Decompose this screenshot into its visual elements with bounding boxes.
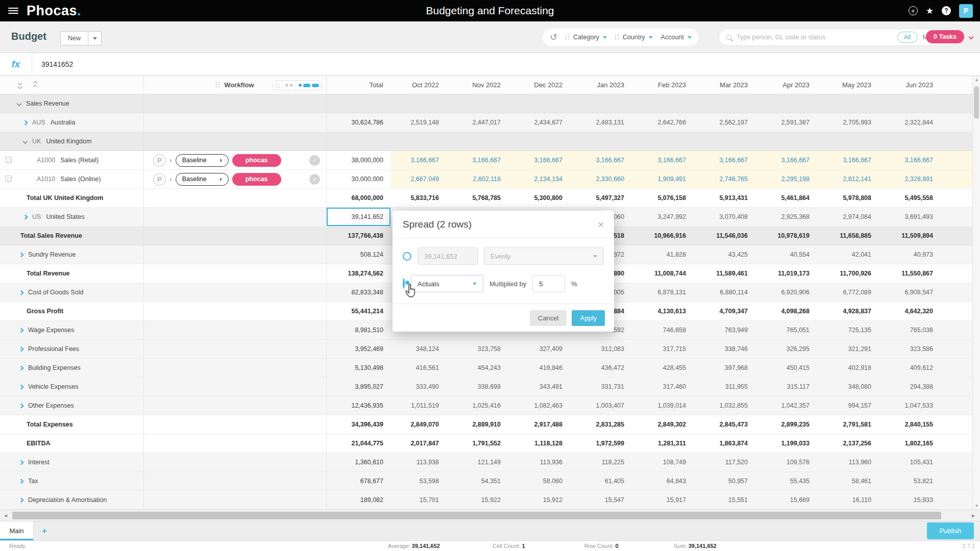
scroll-up-icon[interactable]: ▲ <box>973 78 980 82</box>
spread-method-select[interactable]: Evenly <box>484 247 604 265</box>
cell[interactable]: 5,076,158 <box>638 189 699 207</box>
cell[interactable]: 8,981,510 <box>327 321 390 339</box>
cell[interactable]: 15,922 <box>452 491 514 509</box>
column-header-month[interactable]: May 2023 <box>823 81 885 89</box>
cell[interactable]: 2,705,993 <box>823 113 885 132</box>
cell[interactable] <box>823 94 885 113</box>
expand-chevron-icon[interactable] <box>23 120 28 125</box>
cell[interactable]: 117,520 <box>699 453 761 471</box>
cell[interactable]: 11,658,885 <box>823 227 885 245</box>
cell[interactable]: 2,519,148 <box>390 113 452 132</box>
cell[interactable]: 2,330,660 <box>576 170 638 188</box>
cell[interactable]: 5,833,716 <box>390 189 452 207</box>
cell[interactable] <box>327 94 390 113</box>
cell[interactable]: 11,546,036 <box>699 227 761 245</box>
cell[interactable] <box>514 132 576 151</box>
cell[interactable]: 68,000,000 <box>327 189 390 207</box>
cell[interactable]: 2,667,049 <box>390 170 452 188</box>
cell[interactable]: 2,974,084 <box>823 208 885 226</box>
cell[interactable]: 53,821 <box>885 472 946 490</box>
cell[interactable]: 109,576 <box>761 453 823 471</box>
cell[interactable]: 189,082 <box>327 491 390 509</box>
row-header[interactable]: Gross Profit <box>0 302 144 320</box>
row-header[interactable]: Professional Fees <box>0 340 144 358</box>
row-header[interactable]: Total Revenue <box>0 264 144 283</box>
user-avatar[interactable]: P <box>959 4 973 18</box>
workflow-check-icon[interactable]: ✓ <box>309 174 320 185</box>
cell[interactable]: 311,955 <box>699 378 761 396</box>
cell[interactable]: 436,472 <box>576 359 638 377</box>
cell[interactable]: 118,225 <box>576 453 638 471</box>
cell[interactable]: 2,917,488 <box>514 415 576 434</box>
workflow-baseline-pill[interactable]: Baseline› <box>176 173 229 186</box>
cell[interactable]: 763,949 <box>699 321 761 339</box>
expand-chevron-icon[interactable] <box>19 365 24 370</box>
cell[interactable]: 40,554 <box>761 245 823 264</box>
cell[interactable]: 338,698 <box>452 378 514 396</box>
cell[interactable]: 2,812,141 <box>823 170 885 188</box>
cell[interactable]: 2,562,197 <box>699 113 761 132</box>
publish-button[interactable]: Publish <box>927 522 974 539</box>
cell[interactable]: 2,642,766 <box>638 113 699 132</box>
cell[interactable]: 3,166,667 <box>576 151 638 169</box>
cell[interactable]: 1,032,855 <box>699 396 761 415</box>
cell[interactable]: 2,295,198 <box>761 170 823 188</box>
collapse-all-icon[interactable] <box>34 82 37 88</box>
cell[interactable]: 30,624,786 <box>327 113 390 132</box>
cell[interactable]: 323,586 <box>885 340 946 358</box>
cell[interactable]: 2,602,118 <box>452 170 514 188</box>
cell[interactable]: 2,434,677 <box>514 113 576 132</box>
cell[interactable]: 343,491 <box>514 378 576 396</box>
cell[interactable] <box>699 94 761 113</box>
cell[interactable]: 58,461 <box>823 472 885 490</box>
filter-chip-country[interactable]: Country <box>615 34 653 41</box>
formula-value[interactable]: 39141652 <box>41 60 73 68</box>
cell[interactable]: 3,166,667 <box>885 151 946 169</box>
cell[interactable]: 55,435 <box>761 472 823 490</box>
cell[interactable]: 11,589,461 <box>699 264 761 283</box>
cell[interactable]: 64,843 <box>638 472 699 490</box>
cell[interactable]: 338,746 <box>699 340 761 358</box>
cell[interactable]: 53,598 <box>390 472 452 490</box>
column-header-month[interactable]: Mar 2023 <box>699 81 761 89</box>
row-header[interactable]: Interest <box>0 453 144 471</box>
cell[interactable]: 315,117 <box>761 378 823 396</box>
cell[interactable]: 137,766,438 <box>327 227 390 245</box>
cell[interactable]: 326,295 <box>761 340 823 358</box>
workflow-stage-avatar[interactable]: P <box>153 173 166 186</box>
row-header[interactable]: AUSAustralia <box>0 113 144 132</box>
cell[interactable] <box>885 94 946 113</box>
expand-all-icon[interactable] <box>18 82 21 88</box>
cell[interactable]: 1,972,599 <box>576 434 638 453</box>
row-header[interactable]: Sundry Revenue <box>0 245 144 264</box>
cell[interactable]: 6,908,547 <box>885 283 946 302</box>
help-icon[interactable]: ? <box>942 6 951 15</box>
row-select-icon[interactable] <box>5 157 12 163</box>
cell[interactable]: 3,691,493 <box>885 208 946 226</box>
column-header-month[interactable]: Apr 2023 <box>761 81 823 89</box>
filter-chip-account[interactable]: Account <box>661 34 692 41</box>
cell[interactable] <box>390 132 452 151</box>
expand-chevron-icon[interactable] <box>19 346 24 352</box>
cell[interactable]: 3,166,667 <box>823 151 885 169</box>
cell[interactable]: 113,938 <box>390 453 452 471</box>
expand-chevron-icon[interactable] <box>19 479 24 484</box>
cell[interactable]: 1,199,033 <box>761 434 823 453</box>
cell[interactable]: 2,746,765 <box>699 170 761 188</box>
cancel-button[interactable]: Cancel <box>530 310 567 326</box>
cell[interactable]: 765,036 <box>885 321 946 339</box>
cell[interactable]: 2,134,134 <box>514 170 576 188</box>
cell[interactable]: 38,000,000 <box>327 151 390 169</box>
cell[interactable]: 402,918 <box>823 359 885 377</box>
cell[interactable] <box>576 132 638 151</box>
cell[interactable] <box>576 94 638 113</box>
cell[interactable]: 1,791,552 <box>452 434 514 453</box>
cell[interactable]: 321,291 <box>823 340 885 358</box>
cell[interactable]: 12,436,935 <box>327 396 390 415</box>
row-header[interactable]: Depreciation & Amortisation <box>0 491 144 509</box>
cell[interactable]: 416,561 <box>390 359 452 377</box>
cell[interactable]: 1,118,128 <box>514 434 576 453</box>
cell[interactable]: 1,003,407 <box>576 396 638 415</box>
cell[interactable]: 82,833,348 <box>327 283 390 302</box>
row-header[interactable]: USUnited States <box>0 208 144 226</box>
